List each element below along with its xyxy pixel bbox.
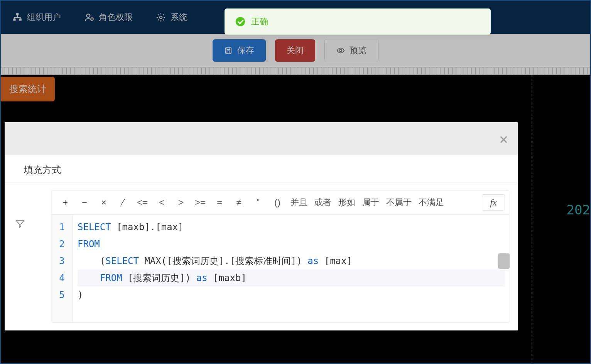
code-line[interactable]: FROM	[78, 236, 505, 253]
op-paren[interactable]: ()	[268, 194, 287, 211]
line-number: 3	[51, 253, 73, 270]
canvas-tab[interactable]: 搜索统计	[1, 77, 55, 101]
op-notin[interactable]: 不属于	[383, 194, 415, 211]
nav-org-users[interactable]: 组织用户	[12, 12, 61, 23]
nav-label: 角色权限	[99, 12, 133, 23]
operator-toolbar: + − × ∕ <= < > >= = ≠ " () 并且 或者 形如 属于 不…	[51, 190, 510, 215]
op-divide[interactable]: ∕	[114, 194, 132, 211]
svg-point-5	[160, 16, 162, 19]
toast-text: 正确	[251, 16, 268, 27]
op-gt[interactable]: >	[172, 194, 190, 211]
line-number: 2	[51, 236, 73, 253]
nav-role-permissions[interactable]: 角色权限	[84, 12, 133, 23]
modal-header: ✕	[5, 122, 518, 155]
svg-point-4	[91, 18, 93, 20]
line-gutter: 12345	[51, 215, 73, 322]
modal-tab-fill[interactable]: 填充方式	[24, 165, 61, 175]
nav-system[interactable]: 系统	[156, 12, 187, 23]
vertical-guide	[532, 75, 532, 364]
side-panel	[5, 190, 35, 330]
save-label: 保存	[237, 45, 254, 56]
op-in[interactable]: 属于	[359, 194, 382, 211]
op-minus[interactable]: −	[75, 194, 94, 211]
op-gte[interactable]: >=	[191, 194, 209, 211]
preview-button[interactable]: 预览	[324, 39, 378, 62]
svg-point-7	[339, 49, 342, 52]
svg-point-3	[87, 14, 90, 17]
op-not[interactable]: 不满足	[415, 194, 447, 211]
success-toast: 正确	[225, 8, 491, 35]
canvas-tab-label: 搜索统计	[9, 84, 46, 94]
code-line[interactable]: )	[78, 286, 505, 303]
save-icon	[224, 46, 233, 55]
op-or[interactable]: 或者	[311, 194, 334, 211]
op-neq[interactable]: ≠	[230, 194, 248, 211]
code-line[interactable]: (SELECT MAX([搜索词历史].[搜索标准时间]) as [max]	[78, 253, 505, 270]
scrollbar-thumb[interactable]	[498, 253, 510, 269]
close-label: 关闭	[287, 45, 304, 56]
filter-icon[interactable]	[15, 219, 25, 229]
op-fx[interactable]: fx	[482, 194, 505, 211]
close-button[interactable]: 关闭	[275, 39, 315, 62]
org-icon	[12, 12, 22, 22]
op-quote[interactable]: "	[249, 194, 267, 211]
code-content[interactable]: SELECT [maxb].[max]FROM (SELECT MAX([搜索词…	[73, 215, 510, 322]
save-button[interactable]: 保存	[213, 39, 266, 62]
code-editor[interactable]: 12345 SELECT [maxb].[max]FROM (SELECT MA…	[51, 215, 510, 322]
check-icon	[236, 17, 245, 26]
gear-icon	[156, 12, 166, 22]
role-icon	[84, 12, 94, 22]
svg-rect-1	[13, 19, 16, 20]
op-lt[interactable]: <	[152, 194, 171, 211]
modal-tabs: 填充方式	[5, 155, 518, 182]
formula-modal: ✕ 填充方式 + − × ∕ <= < > >= = ≠ " () 并且 或者	[5, 122, 518, 330]
line-number: 1	[51, 219, 73, 236]
action-bar: 保存 关闭 预览	[1, 34, 590, 67]
code-line[interactable]: FROM [搜索词历史]) as [maxb]	[78, 270, 505, 286]
op-eq[interactable]: =	[210, 194, 229, 211]
op-times[interactable]: ×	[95, 194, 113, 211]
ruler	[1, 67, 590, 75]
op-and[interactable]: 并且	[287, 194, 311, 211]
date-text: 202	[567, 202, 590, 217]
nav-label: 组织用户	[27, 12, 61, 23]
op-like[interactable]: 形如	[335, 194, 358, 211]
preview-label: 预览	[350, 45, 366, 56]
line-number: 4	[51, 270, 73, 286]
modal-close-button[interactable]: ✕	[499, 133, 508, 147]
eye-icon	[336, 46, 345, 55]
svg-rect-0	[16, 13, 19, 15]
op-plus[interactable]: +	[56, 194, 74, 211]
modal-body: + − × ∕ <= < > >= = ≠ " () 并且 或者 形如 属于 不…	[5, 182, 518, 330]
code-line[interactable]: SELECT [maxb].[max]	[78, 219, 505, 236]
svg-rect-2	[19, 19, 22, 20]
op-lte[interactable]: <=	[133, 194, 152, 211]
editor-panel: + − × ∕ <= < > >= = ≠ " () 并且 或者 形如 属于 不…	[51, 190, 510, 323]
line-number: 5	[51, 286, 73, 303]
nav-label: 系统	[171, 12, 187, 23]
